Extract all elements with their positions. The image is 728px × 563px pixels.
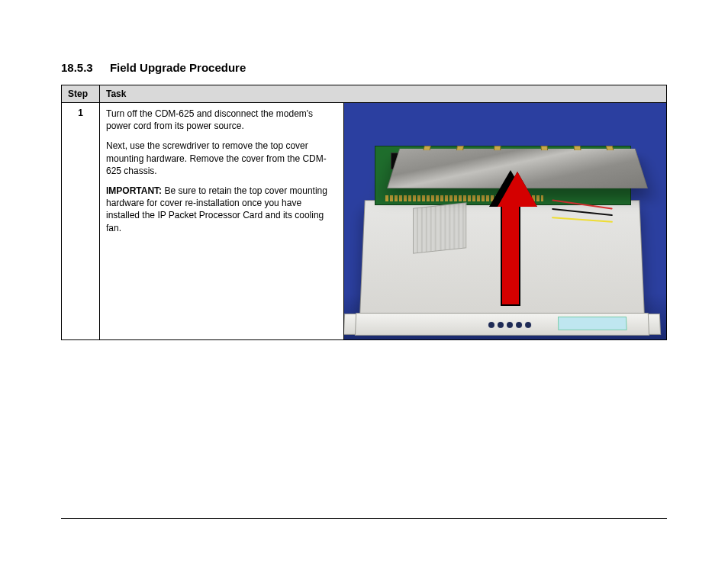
task-important: IMPORTANT: Be sure to retain the top cov… [106,185,337,234]
footer-rule [61,518,667,519]
section-title: Field Upgrade Procedure [110,61,246,74]
section-heading: 18.5.3 Field Upgrade Procedure [61,61,667,74]
figure-illustration [344,103,666,339]
figure-cell [344,103,667,340]
col-header-step: Step [62,85,100,103]
important-label: IMPORTANT: [106,185,162,196]
up-arrow-icon [498,172,523,301]
step-number: 1 [62,103,100,340]
task-paragraph: Next, use the screwdriver to remove the … [106,140,337,177]
section-number: 18.5.3 [61,61,93,74]
wires-icon [552,201,613,228]
ribbon-cable-icon [413,202,466,253]
task-paragraph: Turn off the CDM-625 and disconnect the … [106,108,337,132]
table-row: 1 Turn off the CDM-625 and disconnect th… [62,103,667,340]
procedure-table: Step Task 1 Turn off the CDM-625 and dis… [61,85,667,340]
col-header-task: Task [100,85,667,103]
task-cell: Turn off the CDM-625 and disconnect the … [100,103,344,340]
